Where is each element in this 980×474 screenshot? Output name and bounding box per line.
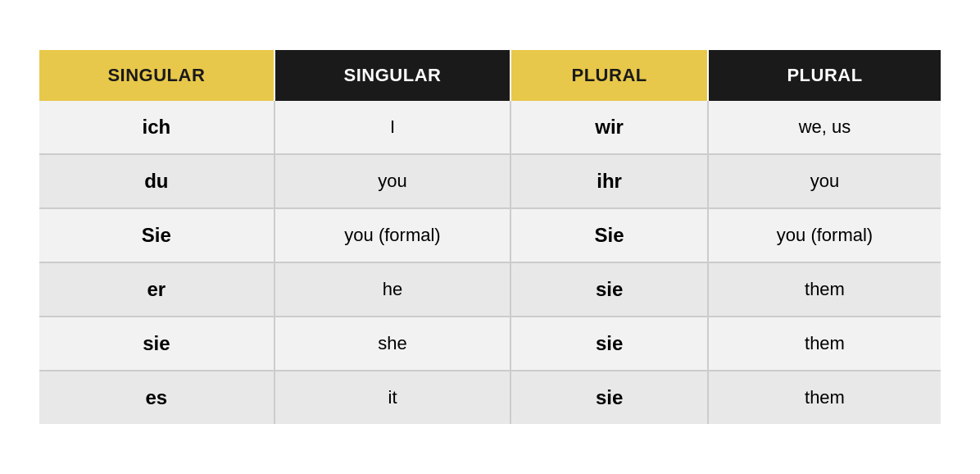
table-row: Sieyou (formal)Sieyou (formal) bbox=[39, 208, 941, 262]
table-header-row: SINGULAR SINGULAR PLURAL PLURAL bbox=[39, 50, 941, 101]
cell-english-plural: we, us bbox=[708, 101, 941, 154]
cell-german-plural: sie bbox=[510, 262, 708, 317]
table-row: erhesiethem bbox=[39, 262, 941, 317]
cell-english-plural: you bbox=[708, 154, 941, 208]
cell-english-singular: he bbox=[274, 262, 511, 317]
cell-english-plural: them bbox=[708, 262, 941, 317]
cell-german-singular: du bbox=[39, 154, 274, 208]
cell-german-plural: sie bbox=[510, 371, 708, 424]
cell-german-plural: wir bbox=[510, 101, 708, 154]
cell-german-singular: es bbox=[39, 371, 274, 424]
cell-german-singular: Sie bbox=[39, 208, 274, 262]
cell-english-singular: you (formal) bbox=[274, 208, 511, 262]
cell-english-plural: you (formal) bbox=[708, 208, 941, 262]
table-row: sieshesiethem bbox=[39, 317, 941, 371]
pronoun-table-container: SINGULAR SINGULAR PLURAL PLURAL ichIwirw… bbox=[39, 50, 941, 424]
cell-german-singular: er bbox=[39, 262, 274, 317]
cell-english-singular: I bbox=[274, 101, 511, 154]
table-row: duyouihryou bbox=[39, 154, 941, 208]
cell-german-plural: sie bbox=[510, 317, 708, 371]
pronoun-table: SINGULAR SINGULAR PLURAL PLURAL ichIwirw… bbox=[39, 50, 941, 424]
cell-german-plural: Sie bbox=[510, 208, 708, 262]
cell-english-singular: you bbox=[274, 154, 511, 208]
table-row: esitsiethem bbox=[39, 371, 941, 424]
table-row: ichIwirwe, us bbox=[39, 101, 941, 154]
cell-english-plural: them bbox=[708, 317, 941, 371]
header-plural-german: PLURAL bbox=[510, 50, 708, 101]
cell-german-singular: sie bbox=[39, 317, 274, 371]
cell-german-plural: ihr bbox=[510, 154, 708, 208]
cell-german-singular: ich bbox=[39, 101, 274, 154]
cell-english-singular: it bbox=[274, 371, 511, 424]
header-plural-english: PLURAL bbox=[708, 50, 941, 101]
header-singular-german: SINGULAR bbox=[39, 50, 274, 101]
cell-english-singular: she bbox=[274, 317, 511, 371]
header-singular-english: SINGULAR bbox=[274, 50, 511, 101]
cell-english-plural: them bbox=[708, 371, 941, 424]
